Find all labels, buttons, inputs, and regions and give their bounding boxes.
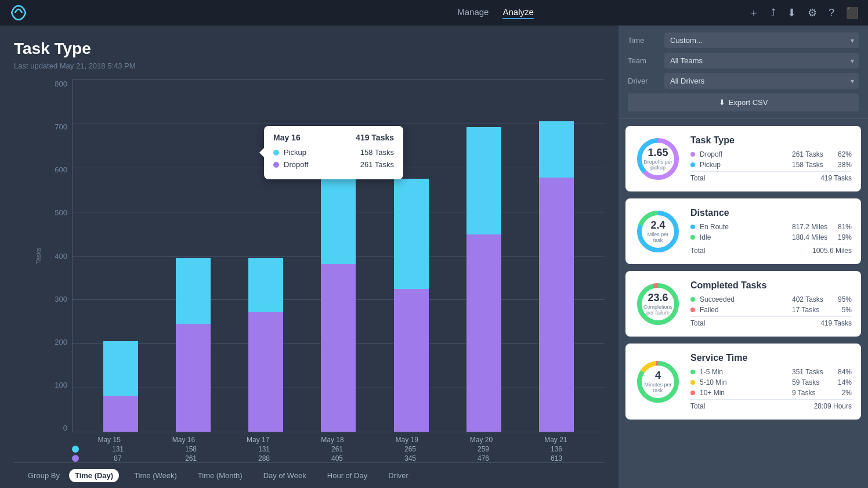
- 1-5min-name: 1-5 Min: [700, 368, 787, 376]
- tooltip-dropoff-dot: [273, 162, 279, 168]
- d-may15-dropoff: 87: [81, 454, 154, 462]
- y-label-100: 100: [43, 381, 72, 389]
- enroute-tasks: 817.2 Miles: [792, 223, 830, 231]
- settings-icon[interactable]: ⚙: [808, 6, 817, 19]
- completed-donut: 23.6 Completionsper failure: [635, 281, 681, 327]
- y-label-300: 300: [43, 295, 72, 303]
- d-may19-dropoff: 345: [374, 454, 447, 462]
- bar-pickup-2: [248, 258, 283, 313]
- bar-stack-3[interactable]: [321, 156, 356, 432]
- filter-time-select[interactable]: Custom...: [664, 32, 859, 48]
- bar-dropoff-5: [466, 234, 501, 432]
- filter-driver-select[interactable]: All Drivers: [664, 73, 859, 89]
- export-csv-button[interactable]: ⬇ Export CSV: [628, 93, 859, 111]
- tooltip-header: May 16 419 Tasks: [273, 133, 394, 142]
- x-label-may19: May 19: [370, 436, 444, 444]
- distance-sublabel: Miles pertask: [648, 232, 669, 243]
- stat-card-distance: 2.4 Miles pertask Distance En Route 817.…: [625, 198, 861, 264]
- y-label-700: 700: [43, 122, 72, 131]
- dropoff-data-row: 87 261 288 405 345 476 613: [43, 453, 605, 462]
- page-title: Task Type: [14, 39, 605, 58]
- service-time-title: Service Time: [690, 353, 852, 363]
- bar-stack-2[interactable]: [248, 258, 283, 432]
- d-may20-pickup: 259: [447, 445, 520, 453]
- service-time-info: Service Time 1-5 Min 351 Tasks 84% 5-10 …: [690, 353, 852, 410]
- dropoff-tasks: 261 Tasks: [792, 150, 830, 158]
- filter-driver-wrap: All Drivers ▾: [664, 73, 859, 89]
- nav-analyze[interactable]: Analyze: [502, 7, 533, 19]
- groupby-day-of-week[interactable]: Day of Week: [258, 469, 312, 482]
- bar-group-0[interactable]: [84, 79, 157, 432]
- download-icon[interactable]: ⬇: [787, 6, 796, 19]
- export-icon: ⬇: [719, 98, 725, 107]
- 5-10min-row: 5-10 Min 59 Tasks 14%: [690, 378, 852, 386]
- x-label-may15: May 15: [72, 436, 146, 444]
- signin-icon[interactable]: ⤴: [771, 7, 776, 19]
- x-label-may17: May 17: [221, 436, 295, 444]
- y-label-600: 600: [43, 165, 72, 174]
- task-type-pickup-row: Pickup 158 Tasks 38%: [690, 161, 852, 169]
- nav-manage[interactable]: Manage: [457, 7, 489, 19]
- task-type-sublabel: Dropoffs perpickup: [643, 159, 672, 171]
- failed-dot: [690, 308, 695, 312]
- bar-stack-0[interactable]: [103, 341, 138, 432]
- logo[interactable]: [9, 3, 28, 22]
- bar-dropoff-2: [248, 312, 283, 432]
- bar-group-1[interactable]: [157, 79, 229, 432]
- service-time-value: 4: [644, 370, 671, 382]
- main: Task Type Last updated May 21, 2018 5:43…: [0, 26, 868, 488]
- d-may20-dropoff: 476: [447, 454, 520, 462]
- d-may19-pickup: 265: [374, 445, 447, 453]
- d-may16-dropoff: 261: [154, 454, 227, 462]
- x-label-may21: May 21: [519, 436, 593, 444]
- idle-dot: [690, 235, 695, 240]
- tooltip: May 16 419 Tasks Pickup 158 Tasks: [264, 126, 403, 179]
- y-label-500: 500: [43, 208, 72, 217]
- pickup-data-row: 131 158 131 261 265 259 136: [43, 444, 605, 453]
- chart-inner: 800 700 600 500 400 300 200 100 0 Tasks: [43, 79, 605, 462]
- bar-group-5[interactable]: [447, 79, 520, 432]
- tooltip-arrow: [259, 148, 264, 157]
- enroute-name: En Route: [700, 223, 787, 231]
- idle-name: Idle: [700, 233, 787, 241]
- distance-idle-row: Idle 188.4 Miles 19%: [690, 233, 852, 241]
- idle-pct: 19%: [834, 233, 852, 241]
- groupby-time-day[interactable]: Time (Day): [69, 469, 119, 482]
- help-icon[interactable]: ?: [829, 7, 834, 19]
- distance-total-label: Total: [690, 247, 705, 255]
- filter-team-select[interactable]: All Teams: [664, 53, 859, 68]
- signout-icon[interactable]: ⬛: [846, 6, 859, 19]
- bar-stack-1[interactable]: [176, 258, 211, 432]
- groupby-time-month[interactable]: Time (Month): [192, 469, 248, 482]
- distance-total-row: Total 1005.6 Miles: [690, 244, 852, 255]
- y-label-200: 200: [43, 338, 72, 346]
- enroute-pct: 81%: [834, 223, 852, 231]
- bar-dropoff-1: [176, 324, 211, 432]
- completed-value: 23.6: [643, 292, 672, 304]
- 10plus-row: 10+ Min 9 Tasks 2%: [690, 389, 852, 397]
- plus-icon[interactable]: ＋: [748, 6, 759, 20]
- bar-stack-6[interactable]: [539, 121, 574, 432]
- pickup-name: Pickup: [700, 161, 787, 169]
- d-may17-dropoff: 288: [227, 454, 301, 462]
- groupby-time-week[interactable]: Time (Week): [128, 469, 183, 482]
- filter-team-label: Team: [628, 56, 660, 65]
- tooltip-pickup-label: Pickup: [284, 148, 306, 157]
- 1-5min-row: 1-5 Min 351 Tasks 84%: [690, 368, 852, 376]
- bar-stack-5[interactable]: [466, 127, 501, 432]
- groupby-driver[interactable]: Driver: [382, 469, 414, 482]
- 10plus-dot: [690, 391, 695, 395]
- groupby-hour-of-day[interactable]: Hour of Day: [321, 469, 373, 482]
- export-label: Export CSV: [729, 98, 768, 107]
- nav-links: Manage Analyze: [457, 7, 534, 19]
- failed-row: Failed 17 Tasks 5%: [690, 306, 852, 314]
- distance-total-value: 1005.6 Miles: [812, 247, 852, 255]
- bar-group-6[interactable]: [520, 79, 593, 432]
- task-type-dropoff-row: Dropoff 261 Tasks 62%: [690, 150, 852, 158]
- bar-stack-4[interactable]: [394, 179, 429, 432]
- stat-card-completed: 23.6 Completionsper failure Completed Ta…: [625, 271, 861, 337]
- y-label-800: 800: [43, 79, 72, 88]
- filter-driver-row: Driver All Drivers ▾: [628, 73, 859, 89]
- bar-pickup-1: [176, 258, 211, 324]
- 10plus-name: 10+ Min: [700, 389, 787, 397]
